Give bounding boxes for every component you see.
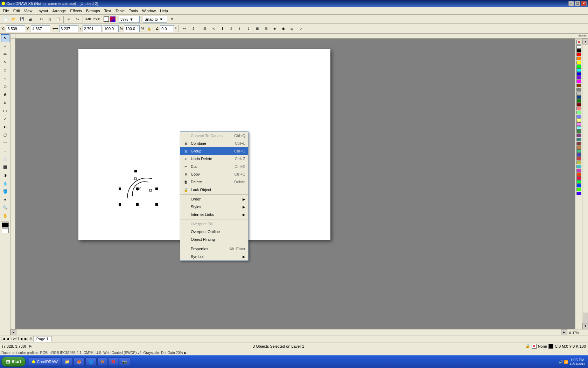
page-last-btn[interactable]: ▶| bbox=[24, 337, 28, 341]
taskbar-corel[interactable]: 🅒 bbox=[108, 357, 118, 366]
save-button[interactable]: 💾 bbox=[18, 15, 26, 23]
import-button[interactable]: IMP bbox=[84, 15, 92, 23]
contour-tool[interactable]: ◯ bbox=[1, 131, 9, 139]
taskbar-chrome[interactable]: 🌐 bbox=[85, 357, 97, 366]
cut-toolbar-button[interactable]: ✂ bbox=[37, 15, 45, 23]
pct2-field[interactable]: 100.0 bbox=[124, 25, 140, 32]
swatch-lightgreen[interactable] bbox=[576, 111, 581, 114]
swatch-aqua[interactable] bbox=[576, 165, 581, 168]
swatch-cornflower[interactable] bbox=[576, 153, 581, 157]
swatch-brown[interactable] bbox=[576, 84, 581, 87]
mirror-h-btn[interactable]: ⇔ bbox=[181, 25, 188, 33]
shadow-tool[interactable]: ▫ bbox=[1, 147, 9, 155]
envelope-tool[interactable]: ⬜ bbox=[1, 155, 9, 163]
connector-tool[interactable]: ⤢ bbox=[1, 115, 9, 123]
ctx-lock-object[interactable]: 🔒 Lock Object bbox=[180, 186, 248, 193]
redo-button[interactable]: ↪ bbox=[74, 15, 81, 23]
snap-icon[interactable]: ⊕ bbox=[168, 15, 176, 23]
swatch-violet[interactable] bbox=[576, 169, 581, 172]
swatch-darkgray[interactable] bbox=[576, 88, 581, 91]
swatch-magenta[interactable] bbox=[576, 80, 581, 83]
order-btn[interactable]: ⬆ bbox=[218, 25, 226, 33]
swatch-lightpink[interactable] bbox=[576, 122, 581, 126]
blend-tool[interactable]: ◐ bbox=[1, 123, 9, 131]
swatch-lightyellow[interactable] bbox=[576, 118, 581, 122]
taskbar-explorer[interactable]: 📁 bbox=[62, 357, 73, 366]
scroll-track-h[interactable] bbox=[16, 329, 561, 335]
ctx-cut[interactable]: ✂ Cut Ctrl+X bbox=[180, 163, 248, 170]
taskbar-firefox[interactable]: 🦊 bbox=[74, 357, 85, 366]
swatch-chartreuse[interactable] bbox=[576, 188, 581, 191]
restore-button[interactable]: ❐ bbox=[575, 1, 580, 6]
taskbar-coreldraw[interactable]: ⬟ CorelDRAW bbox=[29, 357, 61, 366]
order-btn2[interactable]: ⬇ bbox=[227, 25, 235, 33]
add-page-btn[interactable]: ⊞ bbox=[29, 337, 32, 341]
menu-effects[interactable]: Effects bbox=[68, 7, 84, 14]
start-button[interactable]: ⊞ Start bbox=[1, 357, 26, 367]
shape-group[interactable] bbox=[117, 168, 162, 207]
new-button[interactable]: 📄 bbox=[1, 15, 9, 23]
ctx-overprint-fill[interactable]: Overprint Fill bbox=[180, 220, 248, 228]
ctx-copy[interactable]: ⎘ Copy Ctrl+C bbox=[180, 170, 248, 178]
extrude-tool[interactable]: ⬛ bbox=[1, 163, 9, 171]
scroll-up-btn[interactable]: ▲ bbox=[582, 39, 588, 45]
selector-tool[interactable]: ↖ bbox=[1, 34, 9, 42]
ctx-overprint-outline[interactable]: Overprint Outline bbox=[180, 228, 248, 236]
w-field[interactable]: 3.237 bbox=[59, 25, 78, 32]
fill-color[interactable] bbox=[2, 228, 9, 233]
distort-tool[interactable]: 〰 bbox=[1, 139, 9, 147]
combine-toolbar-btn[interactable]: ◈ bbox=[271, 25, 279, 33]
copy-toolbar-button[interactable]: ⎘ bbox=[46, 15, 54, 23]
freehand-tool[interactable]: ✏ bbox=[1, 50, 9, 58]
rectangle-tool[interactable]: □ bbox=[1, 67, 9, 74]
ellipse-tool[interactable]: ○ bbox=[1, 75, 9, 82]
swatch-lime[interactable] bbox=[576, 180, 581, 184]
swatch-khaki[interactable] bbox=[576, 161, 581, 164]
ctx-object-hinting[interactable]: Object Hinting bbox=[180, 236, 248, 243]
menu-view[interactable]: View bbox=[22, 7, 35, 14]
ctx-undo-delete[interactable]: ↩ Undo Delete Ctrl+Z bbox=[180, 155, 248, 163]
angle-field[interactable]: 0.0 bbox=[160, 25, 174, 32]
palette-no-color[interactable]: ✕ bbox=[576, 40, 581, 45]
align-btn[interactable]: ⊟ bbox=[201, 25, 209, 33]
ctx-combine[interactable]: ⊕ Combine Ctrl+L bbox=[180, 139, 248, 147]
swatch-cyan[interactable] bbox=[576, 68, 581, 72]
zoom-dropdown[interactable]: 37% ▼ bbox=[119, 16, 140, 23]
print-button[interactable]: 🖨 bbox=[27, 15, 34, 23]
menu-text[interactable]: Text bbox=[102, 7, 113, 14]
scroll-right-btn[interactable]: ► bbox=[561, 329, 567, 335]
swatch-lightgray[interactable] bbox=[576, 91, 581, 95]
scroll-down-btn[interactable]: ▼ bbox=[582, 323, 588, 329]
ctx-symbol[interactable]: Symbol ▶ bbox=[180, 253, 248, 260]
y-field[interactable]: 4.367 bbox=[31, 25, 50, 32]
swatch-green[interactable] bbox=[576, 64, 581, 68]
pick-tool[interactable]: ⊹ bbox=[1, 42, 9, 50]
dynamic-btn[interactable]: ↗ bbox=[297, 25, 305, 33]
minimize-button[interactable]: ─ bbox=[568, 1, 574, 6]
swatch-darkred[interactable] bbox=[576, 103, 581, 107]
scroll-thumb-v[interactable] bbox=[583, 313, 588, 323]
page-first-btn[interactable]: |◀ bbox=[1, 337, 5, 341]
swatch-rose[interactable] bbox=[576, 176, 581, 180]
ctx-delete[interactable]: 🗑 Delete Delete bbox=[180, 178, 248, 186]
menu-tools[interactable]: Tools bbox=[127, 7, 140, 14]
menu-window[interactable]: Window bbox=[140, 7, 158, 14]
swatch-coral[interactable] bbox=[576, 172, 581, 176]
swatch-lightcyan[interactable] bbox=[576, 126, 581, 130]
ctx-properties[interactable]: Properties Alt+Enter bbox=[180, 245, 248, 253]
eyedropper-tool[interactable]: 💧 bbox=[1, 179, 9, 187]
pan-tool[interactable]: ✋ bbox=[1, 212, 9, 219]
fill-btn[interactable] bbox=[110, 16, 115, 22]
table-tool[interactable]: ⊞ bbox=[1, 99, 9, 107]
menu-table[interactable]: Table bbox=[113, 7, 127, 14]
open-button[interactable]: 📂 bbox=[10, 15, 18, 23]
text-tool[interactable]: A bbox=[1, 91, 9, 98]
lock-ratio-btn[interactable]: 🔒 bbox=[145, 25, 153, 33]
page-tab-1[interactable]: Page 1 bbox=[33, 336, 52, 342]
swatch-lightred[interactable] bbox=[576, 107, 581, 110]
outline-color[interactable] bbox=[2, 223, 9, 227]
polygon-tool[interactable]: ⬡ bbox=[1, 83, 9, 90]
x-field[interactable]: 6.539 bbox=[6, 25, 25, 32]
swatch-purple[interactable] bbox=[576, 76, 581, 80]
ctx-internet-links[interactable]: Internet Links ▶ bbox=[180, 211, 248, 218]
